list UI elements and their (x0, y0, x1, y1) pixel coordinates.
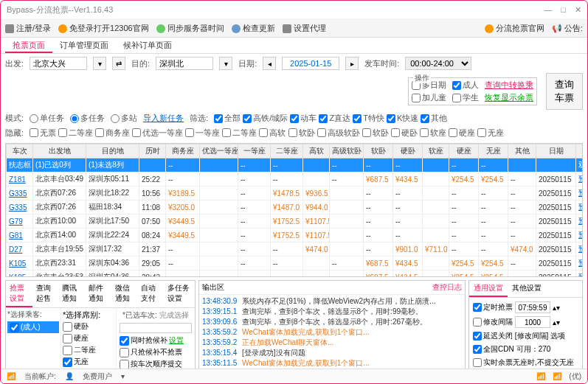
book-link[interactable]: 预订 (578, 189, 583, 197)
book-link[interactable]: 预订 (578, 231, 583, 239)
table-row[interactable]: D27北京丰台19:55深圳17:3221:37------¥474.0--¥9… (7, 242, 584, 256)
seat-item[interactable]: 二等座 (63, 344, 114, 356)
filter-4[interactable]: T特快 (353, 113, 384, 124)
swap-button[interactable]: ⇄ (112, 57, 125, 70)
menu-notice[interactable]: 📢公告: (552, 23, 583, 34)
hide-11[interactable]: 软座 (420, 128, 446, 139)
table-row[interactable]: G335北京西07:26福田18:3411:08¥3205.0--¥1487.0… (7, 200, 584, 214)
cb-interval[interactable]: 修改间隔 (473, 317, 513, 327)
filter-2[interactable]: 动车 (290, 113, 317, 124)
tab-orders[interactable]: 订单管理页面 (52, 38, 116, 53)
train-link[interactable]: G335 (9, 203, 27, 212)
hide-1[interactable]: 二等座 (58, 128, 93, 139)
seat-item[interactable]: 无座 (63, 356, 114, 368)
rtab-other[interactable]: 其他设置 (508, 281, 546, 297)
menu-register[interactable]: 注册/登录 (5, 23, 51, 34)
cb-cdn[interactable]: 全国CDN (473, 344, 514, 355)
hide-5[interactable]: 二等座 (222, 128, 257, 139)
col-header[interactable]: 硬座 (449, 144, 479, 158)
filter-0[interactable]: 全部 (214, 113, 241, 124)
hide-2[interactable]: 商务座 (95, 128, 130, 139)
menu-proxy[interactable]: 设置代理 (283, 23, 326, 34)
cb-delay[interactable]: 延迟关闭 [修改间隔] 选项 (473, 331, 565, 341)
interval-input[interactable] (515, 316, 550, 328)
train-link[interactable]: K105 (9, 259, 26, 268)
filter-1[interactable]: 高铁/城际 (243, 113, 288, 124)
import-task[interactable]: 导入新任务 (143, 113, 184, 124)
menu-synctime[interactable]: 同步服务器时间 (156, 23, 224, 34)
rb-single[interactable]: 单任务 (30, 113, 64, 124)
menu-site[interactable]: 分流抢票官网 (485, 23, 544, 34)
col-header[interactable]: 硬卧 (393, 144, 423, 158)
menu-update[interactable]: 检查更新 (232, 23, 275, 34)
hide-4[interactable]: 一等座 (185, 128, 220, 139)
menu-open12306[interactable]: 免登录打开12306官网 (58, 23, 149, 34)
rtab-general[interactable]: 通用设置 (469, 281, 508, 297)
train-link[interactable]: G81 (9, 231, 23, 240)
subtab-5[interactable]: 自动支付 (137, 281, 164, 307)
train-link[interactable]: K105 (9, 273, 26, 278)
col-header[interactable]: 高级软卧 (330, 144, 364, 158)
table-row[interactable]: G81北京西14:00深圳北22:2408:24¥3449.5--¥1752.5… (7, 228, 584, 242)
rb-multistation[interactable]: 多站 (111, 113, 137, 124)
hide-12[interactable]: 硬座 (449, 128, 475, 139)
to-dropdown[interactable]: ▾ (219, 57, 232, 70)
date-input[interactable] (282, 57, 339, 70)
maximize-button[interactable]: □ (561, 5, 566, 15)
cb-realtime[interactable]: 实时余票无座时,不提交无座 (473, 357, 574, 368)
from-input[interactable] (30, 57, 87, 70)
col-header[interactable]: 软座 (423, 144, 449, 158)
hide-8[interactable]: 高级软卧 (317, 128, 360, 139)
col-header[interactable]: 其他 (508, 144, 536, 158)
minimize-button[interactable]: — (544, 5, 552, 15)
book-link[interactable]: 预订 (578, 175, 583, 183)
close-button[interactable]: ✕ (575, 5, 581, 15)
col-header[interactable]: 出发地 (33, 144, 86, 158)
train-link[interactable]: D27 (9, 245, 22, 254)
view-log-link[interactable]: 查控日志 (432, 282, 462, 293)
col-header[interactable]: 日期 (536, 144, 576, 158)
book-link[interactable]: 预订 (578, 217, 583, 225)
col-header[interactable]: 一等座 (238, 144, 271, 158)
book-link[interactable]: 预订 (578, 273, 583, 277)
query-button[interactable]: 查询 车票 (546, 73, 583, 110)
cb-adult[interactable]: 成人 (452, 80, 479, 91)
date-next[interactable]: ▸ (345, 57, 359, 70)
hide-13[interactable]: 无座 (477, 128, 504, 139)
col-header[interactable]: 高软 (303, 144, 330, 158)
date-prev[interactable]: ◂ (263, 57, 276, 70)
cb-student[interactable]: 学生 (452, 92, 479, 103)
subtab-6[interactable]: 多任务设置 (164, 281, 195, 307)
col-header[interactable]: 商务座 (166, 144, 200, 158)
timed-input[interactable] (515, 301, 550, 313)
link-transfer[interactable]: 查询中转换乘 (485, 80, 533, 91)
col-header[interactable]: 软卧 (364, 144, 393, 158)
train-link[interactable]: G79 (9, 217, 23, 226)
train-link[interactable]: G335 (9, 189, 27, 198)
col-header[interactable]: 车次 (7, 144, 33, 158)
opt-row[interactable]: 只抢候补不抢票 (120, 346, 192, 358)
col-header[interactable]: 备注 (576, 144, 584, 158)
subtab-2[interactable]: 腾讯通知 (58, 281, 85, 307)
rb-multi[interactable]: 多任务 (70, 113, 105, 124)
hide-6[interactable]: 高软 (259, 128, 286, 139)
col-header[interactable]: 二等座 (271, 144, 303, 158)
subtab-4[interactable]: 微信通知 (111, 281, 138, 307)
down-icon[interactable]: ▾ (121, 372, 125, 380)
col-header[interactable]: 无座 (479, 144, 508, 158)
hide-0[interactable]: 无票 (30, 128, 56, 139)
opt-row[interactable]: 同时抢候补 设置 (120, 335, 192, 346)
table-row[interactable]: G79北京西10:00深圳北17:5007:50¥3449.5--¥1752.5… (7, 214, 584, 228)
subtab-0[interactable]: 抢票设置 (6, 281, 32, 307)
book-link[interactable]: 预订 (578, 203, 583, 211)
opt-setting[interactable]: 设置 (169, 335, 184, 346)
hide-10[interactable]: 硬卧 (391, 128, 418, 139)
passenger-item[interactable]: (成人) (7, 321, 59, 333)
subtab-3[interactable]: 邮件通知 (85, 281, 111, 307)
time-select[interactable]: 00:00-24:00 (405, 57, 471, 70)
filter-3[interactable]: Z直达 (319, 113, 350, 124)
hide-9[interactable]: 软卧 (362, 128, 389, 139)
cb-timed[interactable]: 定时抢票 (473, 302, 513, 313)
tab-ticket[interactable]: 抢票页面 (5, 38, 52, 53)
subtab-1[interactable]: 查询起售 (32, 281, 59, 307)
